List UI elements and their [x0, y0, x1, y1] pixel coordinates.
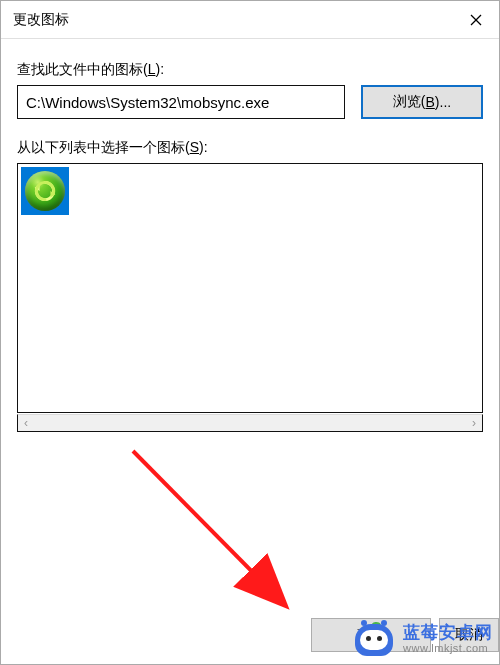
icon-item-sync[interactable]	[21, 167, 69, 215]
browse-button[interactable]: 浏览(B)...	[361, 85, 483, 119]
svg-line-5	[133, 451, 284, 604]
scroll-right-icon: ›	[472, 416, 476, 430]
dialog-button-row: 确定 取消	[311, 618, 499, 652]
select-from-label: 从以下列表中选择一个图标(S):	[17, 139, 483, 157]
ok-button[interactable]: 确定	[311, 618, 431, 652]
cancel-button[interactable]: 取消	[439, 618, 499, 652]
icon-list[interactable]	[17, 163, 483, 413]
close-button[interactable]	[453, 1, 499, 39]
sync-icon	[25, 171, 65, 211]
dialog-content: 查找此文件中的图标(L): 浏览(B)... 从以下列表中选择一个图标(S):	[1, 39, 499, 432]
path-row: 浏览(B)...	[17, 85, 483, 119]
icon-list-scrollbar[interactable]: ‹ ›	[17, 414, 483, 432]
titlebar: 更改图标	[1, 1, 499, 39]
close-icon	[470, 14, 482, 26]
look-for-label: 查找此文件中的图标(L):	[17, 61, 483, 79]
icon-path-input[interactable]	[17, 85, 345, 119]
window-title: 更改图标	[13, 11, 69, 29]
change-icon-dialog: 更改图标 查找此文件中的图标(L): 浏览(B)... 从以下列表中选择一个图标…	[0, 0, 500, 665]
scroll-left-icon: ‹	[24, 416, 28, 430]
